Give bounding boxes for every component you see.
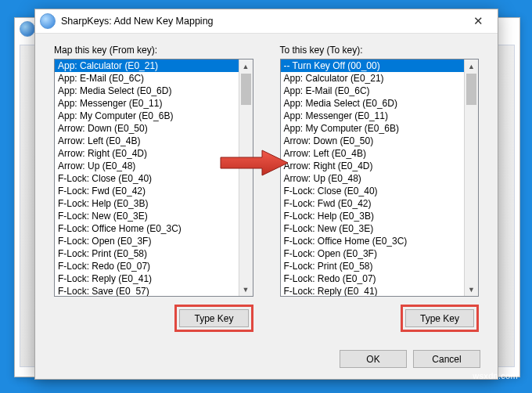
list-item[interactable]: F-Lock: Reply (E0_41)	[281, 285, 465, 296]
list-item[interactable]: App: Calculator (E0_21)	[281, 72, 465, 85]
list-item[interactable]: F-Lock: Reply (E0_41)	[55, 272, 239, 285]
from-type-key-button[interactable]: Type Key	[179, 309, 248, 327]
list-item[interactable]: F-Lock: Print (E0_58)	[281, 260, 465, 272]
titlebar: SharpKeys: Add New Key Mapping ✕	[35, 9, 498, 34]
to-type-key-button[interactable]: Type Key	[405, 309, 474, 327]
to-scrollbar[interactable]: ▲ ▼	[464, 59, 478, 296]
scroll-thumb[interactable]	[241, 74, 251, 105]
list-item[interactable]: Arrow: Down (E0_50)	[55, 122, 239, 135]
list-item[interactable]: App: Messenger (E0_11)	[281, 110, 465, 122]
close-button[interactable]: ✕	[462, 10, 494, 32]
list-item[interactable]: F-Lock: Office Home (E0_3C)	[281, 235, 465, 247]
list-item[interactable]: F-Lock: Office Home (E0_3C)	[55, 222, 239, 235]
list-item[interactable]: App: E-Mail (E0_6C)	[281, 85, 465, 97]
list-item[interactable]: Arrow: Right (E0_4D)	[55, 147, 239, 160]
list-item[interactable]: F-Lock: New (E0_3E)	[55, 210, 239, 222]
list-item[interactable]: App: Messenger (E0_11)	[55, 97, 239, 110]
list-item[interactable]: -- Turn Key Off (00_00)	[281, 59, 465, 72]
to-panel: To this key (To key): -- Turn Key Off (0…	[280, 45, 480, 332]
ok-button[interactable]: OK	[340, 350, 407, 368]
to-listbox[interactable]: -- Turn Key Off (00_00)App: Calculator (…	[281, 59, 465, 296]
window-title: SharpKeys: Add New Key Mapping	[61, 16, 462, 27]
list-item[interactable]: F-Lock: New (E0_3E)	[281, 222, 465, 235]
scroll-down-icon[interactable]: ▼	[465, 283, 478, 296]
list-item[interactable]: F-Lock: Close (E0_40)	[281, 185, 465, 197]
to-list-container: -- Turn Key Off (00_00)App: Calculator (…	[280, 59, 480, 297]
list-item[interactable]: Arrow: Left (E0_4B)	[55, 135, 239, 147]
from-scrollbar[interactable]: ▲ ▼	[239, 59, 253, 296]
cancel-button[interactable]: Cancel	[413, 350, 480, 368]
list-item[interactable]: App: My Computer (E0_6B)	[281, 122, 465, 135]
scroll-up-icon[interactable]: ▲	[239, 59, 253, 73]
list-item[interactable]: F-Lock: Help (E0_3B)	[281, 210, 465, 222]
list-item[interactable]: Arrow: Left (E0_4B)	[281, 147, 465, 160]
list-item[interactable]: F-Lock: Open (E0_3F)	[281, 247, 465, 260]
list-item[interactable]: Arrow: Up (E0_48)	[281, 172, 465, 185]
from-label: Map this key (From key):	[54, 45, 253, 56]
scroll-down-icon[interactable]: ▼	[239, 283, 253, 296]
list-item[interactable]: Arrow: Down (E0_50)	[281, 135, 465, 147]
list-item[interactable]: F-Lock: Redo (E0_07)	[281, 272, 465, 285]
from-listbox[interactable]: App: Calculator (E0_21)App: E-Mail (E0_6…	[55, 59, 239, 296]
scroll-thumb[interactable]	[466, 74, 476, 105]
list-item[interactable]: App: E-Mail (E0_6C)	[55, 72, 239, 85]
dialog-sharpkeys-add-mapping: SharpKeys: Add New Key Mapping ✕ Map thi…	[34, 9, 498, 380]
close-icon: ✕	[473, 14, 483, 28]
app-icon	[20, 21, 35, 37]
annotation-highlight: Type Key	[401, 305, 479, 332]
list-item[interactable]: Arrow: Right (E0_4D)	[281, 160, 465, 172]
list-item[interactable]: App: Media Select (E0_6D)	[281, 97, 465, 110]
list-item[interactable]: F-Lock: Fwd (E0_42)	[55, 185, 239, 197]
list-item[interactable]: F-Lock: Save (E0_57)	[55, 285, 239, 296]
list-item[interactable]: App: Calculator (E0_21)	[55, 59, 239, 72]
watermark: wsxdn.com	[473, 371, 518, 380]
to-label: To this key (To key):	[280, 45, 480, 56]
list-item[interactable]: F-Lock: Help (E0_3B)	[55, 197, 239, 210]
list-item[interactable]: App: Media Select (E0_6D)	[55, 85, 239, 97]
from-list-container: App: Calculator (E0_21)App: E-Mail (E0_6…	[54, 59, 253, 297]
app-icon	[40, 13, 56, 29]
list-item[interactable]: F-Lock: Print (E0_58)	[55, 247, 239, 260]
list-item[interactable]: App: My Computer (E0_6B)	[55, 110, 239, 122]
list-item[interactable]: F-Lock: Open (E0_3F)	[55, 235, 239, 247]
list-item[interactable]: F-Lock: Close (E0_40)	[55, 172, 239, 185]
scroll-up-icon[interactable]: ▲	[465, 59, 478, 73]
annotation-highlight: Type Key	[174, 305, 253, 332]
list-item[interactable]: Arrow: Up (E0_48)	[55, 160, 239, 172]
from-panel: Map this key (From key): App: Calculator…	[54, 45, 253, 332]
dialog-button-row: OK Cancel	[340, 350, 480, 368]
list-item[interactable]: F-Lock: Fwd (E0_42)	[281, 197, 465, 210]
list-item[interactable]: F-Lock: Redo (E0_07)	[55, 260, 239, 272]
